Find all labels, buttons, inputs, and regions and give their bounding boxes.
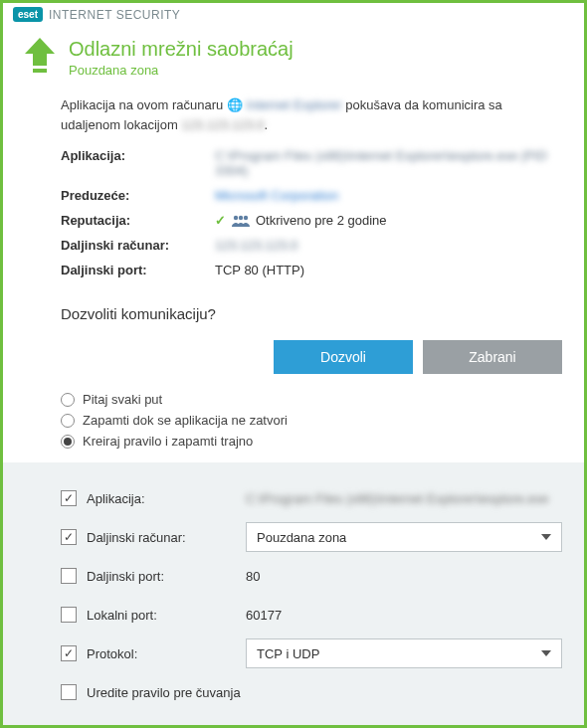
intro-target: 123.123.123.0 bbox=[181, 117, 264, 132]
reputation-label: Reputacija: bbox=[61, 213, 215, 228]
radio-create-rule[interactable]: Kreiraj pravilo i zapamti trajno bbox=[61, 434, 562, 449]
rule-row-edit-before-save: Uredite pravilo pre čuvanja bbox=[61, 677, 562, 707]
protocol-select-value: TCP i UDP bbox=[257, 646, 319, 661]
checkbox-remote-port[interactable] bbox=[61, 568, 77, 584]
remote-value: 123.123.123.0 bbox=[215, 238, 562, 253]
rule-application-label: Aplikacija: bbox=[87, 491, 246, 506]
row-reputation: Reputacija: ✓ Otkriveno pre 2 godine bbox=[61, 213, 562, 228]
remote-select[interactable]: Pouzdana zona bbox=[246, 522, 562, 552]
product-name: INTERNET SECURITY bbox=[49, 8, 180, 22]
svg-marker-5 bbox=[541, 534, 551, 540]
radio-label: Zapamti dok se aplikacija ne zatvori bbox=[83, 413, 288, 428]
brand-badge: eset bbox=[13, 7, 43, 22]
rule-application-value: C:\Program Files (x86)\Internet Explorer… bbox=[246, 491, 562, 506]
rule-local-port-label: Lokalni port: bbox=[87, 608, 246, 623]
svg-marker-0 bbox=[25, 38, 55, 66]
protocol-select[interactable]: TCP i UDP bbox=[246, 638, 562, 668]
remote-label: Daljinski računar: bbox=[61, 238, 215, 253]
rule-remote-port-label: Daljinski port: bbox=[87, 569, 246, 584]
remote-select-value: Pouzdana zona bbox=[257, 530, 346, 545]
rule-local-port-value: 60177 bbox=[246, 608, 562, 623]
reputation-text: Otkriveno pre 2 godine bbox=[256, 213, 387, 228]
remote-port-value: TCP 80 (HTTP) bbox=[215, 263, 562, 277]
rule-edit-label: Uredite pravilo pre čuvanja bbox=[87, 685, 241, 700]
checkbox-protocol[interactable] bbox=[61, 645, 77, 661]
allow-button[interactable]: Dozvoli bbox=[274, 340, 413, 374]
radio-ask-every-time[interactable]: Pitaj svaki put bbox=[61, 392, 562, 407]
row-company: Preduzeće: Microsoft Corporation bbox=[61, 188, 562, 203]
application-value: C:\Program Files (x86)\Internet Explorer… bbox=[215, 148, 562, 178]
intro-app-link: Internet Explorer bbox=[247, 97, 342, 112]
chevron-down-icon bbox=[539, 646, 553, 660]
company-value: Microsoft Corporation bbox=[215, 188, 562, 203]
radio-remember-until-close[interactable]: Zapamti dok se aplikacija ne zatvori bbox=[61, 413, 562, 428]
intro-prefix: Aplikacija na ovom računaru bbox=[61, 97, 227, 112]
rule-remote-label: Daljinski računar: bbox=[87, 530, 246, 545]
chevron-down-icon bbox=[539, 530, 553, 544]
rule-row-remote-port: Daljinski port: 80 bbox=[61, 561, 562, 591]
radio-icon bbox=[61, 393, 75, 407]
rule-row-application: Aplikacija: C:\Program Files (x86)\Inter… bbox=[61, 483, 562, 513]
svg-marker-6 bbox=[541, 650, 551, 656]
rule-remote-port-value: 80 bbox=[246, 569, 562, 584]
radio-icon bbox=[61, 414, 75, 428]
application-label: Aplikacija: bbox=[61, 148, 215, 178]
row-application: Aplikacija: C:\Program Files (x86)\Inter… bbox=[61, 148, 562, 178]
rule-row-protocol: Protokol: TCP i UDP bbox=[61, 638, 562, 668]
outgoing-arrow-icon bbox=[25, 38, 55, 78]
rule-row-remote: Daljinski računar: Pouzdana zona bbox=[61, 522, 562, 552]
remote-port-label: Daljinski port: bbox=[61, 263, 215, 277]
people-icon bbox=[232, 214, 250, 228]
row-remote: Daljinski računar: 123.123.123.0 bbox=[61, 238, 562, 253]
header: Odlazni mrežni saobraćaj Pouzdana zona bbox=[3, 26, 584, 95]
ie-icon: 🌐 bbox=[227, 97, 243, 112]
question-text: Dozvoliti komunikaciju? bbox=[61, 305, 562, 322]
check-icon: ✓ bbox=[215, 213, 226, 228]
page-subtitle: Pouzdana zona bbox=[69, 63, 294, 78]
rule-protocol-label: Protokol: bbox=[87, 646, 246, 661]
row-remote-port: Daljinski port: TCP 80 (HTTP) bbox=[61, 263, 562, 277]
reputation-value: ✓ Otkriveno pre 2 godine bbox=[215, 213, 562, 228]
deny-button[interactable]: Zabrani bbox=[423, 340, 562, 374]
svg-point-4 bbox=[244, 215, 248, 219]
checkbox-application[interactable] bbox=[61, 490, 77, 506]
page-title: Odlazni mrežni saobraćaj bbox=[69, 38, 294, 61]
svg-point-3 bbox=[239, 215, 243, 219]
titlebar: eset INTERNET SECURITY bbox=[3, 3, 584, 26]
svg-point-2 bbox=[234, 215, 238, 219]
rule-panel: Aplikacija: C:\Program Files (x86)\Inter… bbox=[3, 462, 584, 728]
checkbox-local-port[interactable] bbox=[61, 607, 77, 623]
radio-icon bbox=[61, 435, 75, 449]
svg-rect-1 bbox=[33, 69, 47, 73]
radio-label: Kreiraj pravilo i zapamti trajno bbox=[83, 434, 253, 449]
radio-label: Pitaj svaki put bbox=[83, 392, 162, 407]
rule-row-local-port: Lokalni port: 60177 bbox=[61, 600, 562, 630]
checkbox-remote[interactable] bbox=[61, 529, 77, 545]
checkbox-edit-rule[interactable] bbox=[61, 684, 77, 700]
company-label: Preduzeće: bbox=[61, 188, 215, 203]
intro-text: Aplikacija na ovom računaru 🌐 Internet E… bbox=[61, 95, 562, 134]
